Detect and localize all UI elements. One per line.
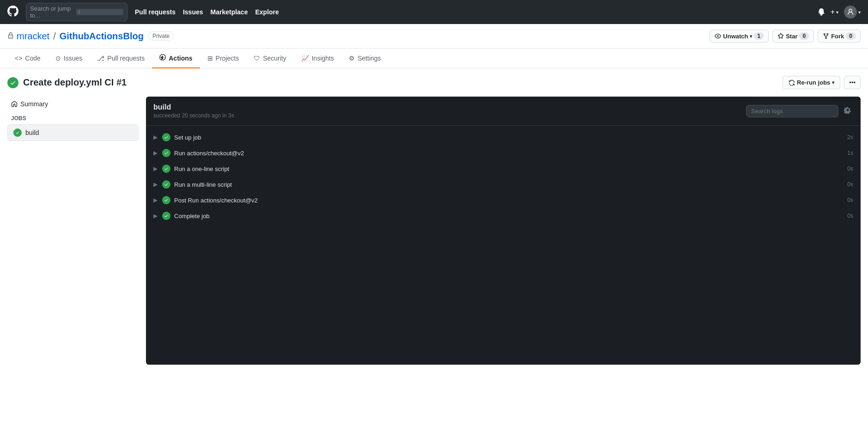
log-build-subtitle: succeeded 20 seconds ago in 3s [153, 112, 234, 119]
log-settings-button[interactable] [842, 104, 853, 117]
tab-issues-label: Issues [64, 55, 82, 62]
search-bar[interactable]: Search or jump to... / [26, 3, 127, 21]
run-title-text: Create deploy.yml CI #1 [23, 77, 127, 88]
log-panel: build succeeded 20 seconds ago in 3s ▶ [146, 97, 861, 365]
step-success-icon-2 [162, 165, 170, 173]
chevron-down-icon: ▾ [836, 10, 838, 15]
tab-code-label: Code [25, 55, 40, 62]
avatar [844, 6, 857, 18]
log-panel-header: build succeeded 20 seconds ago in 3s [146, 97, 861, 126]
repo-action-buttons: Unwatch ▾ 1 Star 0 Fork 0 [710, 30, 861, 43]
tab-actions[interactable]: Actions [152, 49, 200, 68]
step-duration-2: 0s [847, 165, 853, 172]
log-step-0[interactable]: ▶ Set up job 2s [146, 129, 861, 145]
run-header: Create deploy.yml CI #1 Re-run jobs ▾ ••… [7, 76, 861, 89]
step-name-1: Run actions/checkout@v2 [174, 150, 844, 157]
github-logo[interactable] [7, 6, 18, 18]
step-duration-3: 0s [847, 181, 853, 188]
actions-icon [159, 54, 166, 62]
log-step-1[interactable]: ▶ Run actions/checkout@v2 1s [146, 145, 861, 161]
tab-issues[interactable]: ⊙ Issues [48, 49, 90, 68]
plus-icon: + [831, 8, 835, 16]
summary-label: Summary [20, 100, 48, 108]
visibility-badge: Private [148, 31, 174, 41]
more-options-button[interactable]: ••• [844, 76, 861, 89]
step-duration-0: 2s [847, 134, 853, 141]
avatar-chevron-icon: ▾ [858, 10, 861, 15]
step-duration-5: 0s [847, 213, 853, 219]
log-step-3[interactable]: ▶ Run a multi-line script 0s [146, 177, 861, 192]
tab-insights-label: Insights [312, 55, 334, 62]
tab-projects-label: Projects [216, 55, 239, 62]
star-label: Star [786, 33, 797, 40]
run-header-actions: Re-run jobs ▾ ••• [783, 76, 861, 89]
repo-tabs: <> Code ⊙ Issues ⎇ Pull requests Actions… [0, 49, 868, 68]
tab-code[interactable]: <> Code [7, 49, 48, 68]
step-duration-1: 1s [847, 150, 853, 156]
unwatch-button[interactable]: Unwatch ▾ 1 [710, 30, 769, 43]
run-title: Create deploy.yml CI #1 [7, 77, 127, 88]
rerun-chevron-icon: ▾ [832, 80, 834, 85]
log-step-5[interactable]: ▶ Complete job 0s [146, 208, 861, 224]
log-search-input[interactable] [746, 105, 838, 117]
plus-menu-button[interactable]: + ▾ [831, 8, 838, 16]
fork-label: Fork [831, 33, 844, 40]
star-button[interactable]: Star 0 [772, 30, 814, 43]
tab-pull-requests[interactable]: ⎇ Pull requests [90, 49, 152, 68]
step-chevron-icon-1: ▶ [153, 150, 158, 156]
nav-issues[interactable]: Issues [183, 8, 203, 16]
log-build-title: build [153, 103, 234, 111]
more-icon: ••• [849, 79, 856, 86]
step-name-0: Set up job [174, 134, 844, 141]
log-step-4[interactable]: ▶ Post Run actions/checkout@v2 0s [146, 192, 861, 208]
nav-explore[interactable]: Explore [255, 8, 279, 16]
chevron-down-small-icon: ▾ [750, 34, 752, 39]
step-name-3: Run a multi-line script [174, 181, 844, 188]
tab-pr-label: Pull requests [107, 55, 145, 62]
log-steps: ▶ Set up job 2s ▶ Run actions/checkout@v… [146, 126, 861, 227]
log-step-2[interactable]: ▶ Run a one-line script 0s [146, 161, 861, 177]
repo-breadcrumb: mracket / GithubActionsBlog Private [7, 31, 706, 42]
fork-count: 0 [846, 32, 856, 40]
sidebar-job-build[interactable]: build [7, 124, 139, 141]
step-name-2: Run a one-line script [174, 165, 844, 172]
pr-icon: ⎇ [97, 55, 104, 62]
nav-marketplace[interactable]: Marketplace [211, 8, 248, 16]
main-layout: Summary Jobs build build succeeded 20 se… [7, 97, 861, 365]
tab-actions-label: Actions [169, 55, 192, 62]
log-search-area [746, 104, 853, 117]
step-chevron-icon-2: ▶ [153, 165, 158, 172]
tab-security[interactable]: 🛡 Security [246, 49, 294, 68]
tab-insights[interactable]: 📈 Insights [294, 49, 341, 68]
tab-settings-label: Settings [358, 55, 381, 62]
step-chevron-icon-0: ▶ [153, 134, 158, 141]
fork-button[interactable]: Fork 0 [818, 30, 861, 43]
repo-slash: / [53, 31, 56, 42]
security-icon: 🛡 [254, 55, 260, 62]
rerun-button[interactable]: Re-run jobs ▾ [783, 76, 840, 89]
step-chevron-icon-4: ▶ [153, 197, 158, 203]
repo-owner-link[interactable]: mracket [17, 31, 49, 42]
settings-icon: ⚙ [349, 55, 355, 62]
issue-icon: ⊙ [55, 55, 61, 62]
jobs-section-title: Jobs [7, 111, 139, 123]
step-chevron-icon-5: ▶ [153, 213, 158, 219]
top-nav-right: + ▾ ▾ [818, 6, 861, 18]
top-nav: Search or jump to... / Pull requests Iss… [0, 0, 868, 24]
tab-settings[interactable]: ⚙ Settings [341, 49, 388, 68]
tab-projects[interactable]: ⊞ Projects [200, 49, 247, 68]
search-shortcut: / [76, 9, 123, 15]
unwatch-count: 1 [754, 32, 764, 40]
avatar-menu-button[interactable]: ▾ [844, 6, 861, 18]
step-success-icon-0 [162, 133, 170, 141]
summary-link[interactable]: Summary [7, 97, 139, 111]
repo-header: mracket / GithubActionsBlog Private Unwa… [0, 24, 868, 49]
notifications-button[interactable] [818, 8, 825, 16]
job-success-icon [13, 128, 22, 137]
step-success-icon-5 [162, 212, 170, 220]
step-chevron-icon-3: ▶ [153, 181, 158, 188]
step-success-icon-1 [162, 149, 170, 157]
repo-lock-icon [7, 32, 14, 40]
repo-name-link[interactable]: GithubActionsBlog [60, 31, 144, 42]
nav-pull-requests[interactable]: Pull requests [135, 8, 176, 16]
